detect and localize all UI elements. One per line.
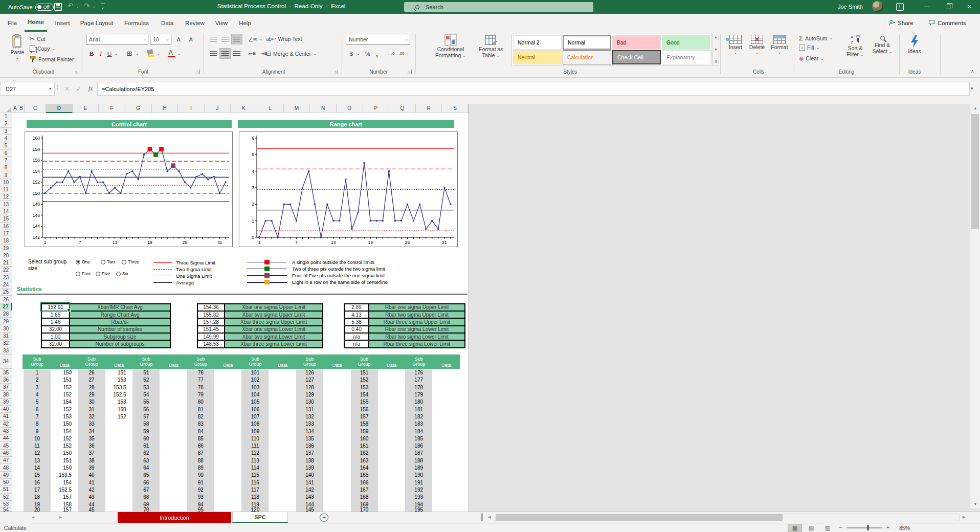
format-painter-button[interactable]: Format Painter	[30, 56, 74, 62]
subgroup-cell[interactable]: 170	[351, 508, 378, 512]
autosave-toggle[interactable]: AutoSave Off	[8, 2, 54, 12]
subgroup-cell[interactable]: 82	[187, 413, 214, 420]
row-header-46[interactable]: 46	[0, 450, 12, 457]
row-header-8[interactable]: 8	[0, 164, 12, 171]
subgroup-cell[interactable]: 120	[241, 508, 269, 512]
subgroup-cell[interactable]: 158	[351, 420, 378, 428]
subgroup-cell[interactable]: 43	[78, 494, 105, 501]
align-center-button[interactable]	[219, 48, 231, 59]
subgroup-cell[interactable]: 77	[187, 376, 214, 384]
italic-button[interactable]: I	[97, 48, 105, 59]
tab-review[interactable]: Review	[182, 14, 208, 32]
subgroup-cell[interactable]: 160	[351, 435, 378, 442]
subgroup-cell[interactable]: 9	[24, 428, 51, 435]
subgroup-cell[interactable]: 67	[132, 486, 160, 493]
subgroup-cell[interactable]: 154	[351, 391, 378, 398]
column-header-A[interactable]: A	[12, 104, 18, 113]
stat-label[interactable]: Rbar two sigma Lower Limit	[369, 333, 465, 340]
row-header-45[interactable]: 45	[0, 442, 12, 450]
data-cell[interactable]: 150	[105, 406, 133, 413]
subgroup-cell[interactable]: 159	[351, 428, 378, 435]
tab-home[interactable]: Home	[25, 14, 47, 32]
row-header-50[interactable]: 50	[0, 479, 12, 486]
row-header-3[interactable]: 3	[0, 128, 12, 135]
data-cell[interactable]: 150	[51, 464, 79, 471]
subgroup-cell[interactable]: 114	[241, 464, 269, 471]
subgroup-cell[interactable]: 143	[296, 494, 323, 501]
data-cell[interactable]: 153	[51, 413, 79, 420]
subgroup-cell[interactable]: 2	[24, 376, 51, 384]
page-break-view-button[interactable]: ▥	[820, 524, 835, 532]
subgroup-cell[interactable]: 107	[241, 413, 269, 420]
subgroup-cell[interactable]: 187	[405, 450, 432, 457]
row-header-33[interactable]: 33	[0, 347, 12, 354]
name-box-dropdown-icon[interactable]: ▾	[49, 86, 51, 91]
subgroup-cell[interactable]: 157	[351, 413, 378, 420]
undo-button[interactable]: ↶	[68, 2, 74, 10]
row-header-48[interactable]: 48	[0, 464, 12, 471]
subgroup-cell[interactable]: 32	[78, 413, 105, 420]
zoom-slider-thumb[interactable]	[867, 525, 869, 530]
subgroup-cell[interactable]: 115	[241, 472, 269, 479]
subgroup-cell[interactable]: 176	[405, 369, 432, 376]
row-header-39[interactable]: 39	[0, 398, 12, 406]
tab-page-layout[interactable]: Page Layout	[77, 14, 117, 32]
subgroup-cell[interactable]: 80	[187, 398, 214, 406]
font-name-select[interactable]: Arial⌄	[86, 34, 148, 45]
cancel-formula-icon[interactable]: ✕	[61, 82, 73, 96]
subgroup-cell[interactable]: 60	[132, 435, 160, 442]
row-header-43[interactable]: 43	[0, 428, 12, 435]
name-box[interactable]: D27▾	[0, 82, 55, 96]
tab-data[interactable]: Data	[157, 14, 178, 32]
expand-formula-bar-icon[interactable]: ▾	[971, 86, 973, 91]
stat-value[interactable]: 4.13	[344, 311, 369, 318]
subgroup-cell[interactable]: 136	[296, 442, 323, 450]
subgroup-cell[interactable]: 131	[296, 406, 323, 413]
subgroup-cell[interactable]: 36	[78, 442, 105, 450]
stat-value[interactable]: n/a	[344, 333, 369, 340]
radio-six[interactable]: Six	[116, 271, 128, 276]
subgroup-cell[interactable]: 127	[296, 376, 323, 384]
stat-label[interactable]: Xbar two sigma Lower Limit	[225, 333, 323, 340]
style-check-cell[interactable]: Check Cell	[612, 50, 661, 64]
stat-value[interactable]: 155.82	[197, 311, 225, 318]
style-normal-2[interactable]: Normal 2	[513, 35, 562, 50]
format-as-table-button[interactable]: Format asTable ⌄	[475, 34, 507, 59]
save-icon[interactable]	[54, 3, 62, 11]
row-header-23[interactable]: 23	[0, 274, 12, 281]
copy-button[interactable]: Copy⌄	[30, 46, 55, 52]
row-header-52[interactable]: 52	[0, 494, 12, 501]
collapse-ribbon-icon[interactable]: ∧	[971, 69, 974, 74]
subgroup-cell[interactable]: 11	[24, 442, 51, 450]
data-cell[interactable]: 154	[51, 479, 79, 486]
sheet-tab-introduction[interactable]: Introduction	[118, 512, 231, 523]
style-good[interactable]: Good	[662, 35, 710, 50]
radio-circle-three[interactable]	[122, 260, 126, 264]
subgroup-cell[interactable]: 165	[351, 472, 378, 479]
stat-value[interactable]: 1.00	[41, 333, 70, 340]
subgroup-cell[interactable]: 29	[78, 391, 105, 398]
subgroup-cell[interactable]: 185	[405, 435, 432, 442]
zoom-level[interactable]: 85%	[899, 525, 910, 531]
radio-two[interactable]: Two	[101, 259, 115, 264]
radio-one[interactable]: One	[76, 259, 90, 264]
row-header-15[interactable]: 15	[0, 215, 12, 223]
row-header-40[interactable]: 40	[0, 406, 12, 413]
subgroup-cell[interactable]: 132	[296, 413, 323, 420]
subgroup-cell[interactable]: 151	[351, 369, 378, 376]
clear-button[interactable]: ◈Clear⌄	[799, 55, 824, 62]
find-select-button[interactable]: Find &Select ⌄	[870, 34, 895, 55]
subgroup-cell[interactable]: 76	[187, 369, 214, 376]
subgroup-cell[interactable]: 90	[187, 472, 214, 479]
sheet-tab-spc[interactable]: SPC	[232, 512, 288, 523]
row-header-27[interactable]: 27	[0, 303, 12, 311]
row-header-5[interactable]: 5	[0, 142, 12, 149]
data-cell[interactable]: 154	[51, 398, 79, 406]
subgroup-cell[interactable]: 10	[24, 435, 51, 442]
subgroup-cell[interactable]: 35	[78, 435, 105, 442]
merge-center-button[interactable]: ⊟Merge & Center⌄	[266, 50, 317, 57]
subgroup-cell[interactable]: 14	[24, 464, 51, 471]
subgroup-cell[interactable]: 89	[187, 464, 214, 471]
gallery-scroll[interactable]: ▲▼⊽	[712, 34, 719, 65]
row-header-14[interactable]: 14	[0, 208, 12, 215]
